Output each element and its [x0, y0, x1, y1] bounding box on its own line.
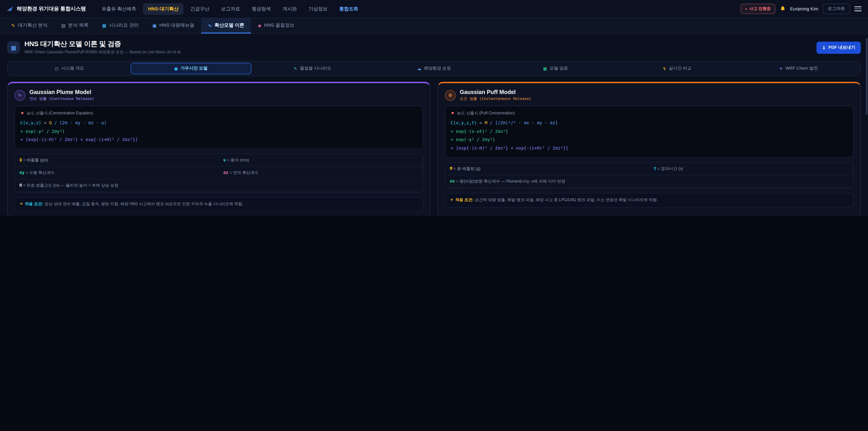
user-name: Eunjeong Kim — [790, 6, 818, 11]
main-menu-item[interactable]: 유출유 확산예측 — [97, 3, 141, 15]
main-menu-item[interactable]: 항공탐색 — [247, 3, 276, 15]
parameter-row: u = 풍속 (m/s) — [219, 154, 423, 167]
tab-label: 분석 목록 — [68, 22, 89, 29]
scrollbar-thumb[interactable] — [866, 38, 868, 115]
section-tab-label: 해양환경 보정 — [424, 65, 451, 71]
main-menu: 유출유 확산예측 HNS·대기확산 긴급구난 보고자료 항공탐색 게시판 기상정… — [97, 3, 736, 15]
puff-equation-block: ⚑ 농도 산출식 (Puff Concentration) C(x,y,z,t)… — [445, 106, 854, 158]
parameter-symbol: t — [654, 166, 656, 171]
section-tab[interactable]: ◰ 시스템 개요 — [9, 63, 130, 74]
subnav-tab[interactable]: ▤ 분석 목록 — [55, 18, 95, 33]
top-navigation: 해양환경 위기대응 통합시스템 유출유 확산예측 HNS·대기확산 긴급구난 보… — [0, 0, 868, 18]
section-tab[interactable]: ▦ 모델 검증 — [495, 63, 616, 74]
plume-parameter-list: Q = 배출률 (g/s) u = 풍속 (m/s) σy = 수평 확산계수 … — [14, 154, 423, 192]
section-tab-icon: ◰ — [55, 66, 59, 71]
parameter-description: = 배출률 (g/s) — [22, 158, 48, 162]
parameter-symbol: u — [223, 157, 226, 162]
parameter-description: = 유효 방출고도 (m) — 물리적 높이 + 부력 상승 보정 — [22, 183, 119, 188]
equation-line: × [exp{-(z-H)² / 2σz²} + exp{-(z+H)² / 2… — [451, 144, 848, 153]
puff-parameter-list: M = 총 배출량 (g) t = 경과시간 (s) σx = 종(바람)방향 … — [445, 162, 854, 188]
note-text: 순간적 대량 방출, 폭발·탱크 파열. 해양 사고 중 LPG/LNG 탱크 … — [475, 197, 657, 202]
page-title: HNS 대기확산 모델 이론 및 검증 — [24, 40, 182, 49]
parameter-row: σy = 수평 확산계수 — [15, 167, 219, 180]
section-tab[interactable]: ↯ 실시간 비교 — [617, 63, 738, 74]
pdf-export-button[interactable]: ⇩ PDF 내보내기 — [817, 41, 861, 54]
parameter-row: H = 유효 방출고도 (m) — 물리적 높이 + 부력 상승 보정 — [15, 180, 423, 192]
main-content: ▦ HNS 대기확산 모델 이론 및 검증 WRF-Chem·Gaussian … — [0, 34, 868, 216]
bulb-icon: ☀ — [20, 202, 23, 206]
section-tabs: ◰ 시스템 개요 ◉ 가우시안 모델 ✎ 물질별 시나리오 ☁ 해양환경 보정 — [7, 61, 861, 76]
notification-bell-icon[interactable] — [780, 6, 785, 12]
parameter-row: σz = 연직 확산계수 — [219, 167, 423, 180]
plume-card-header: ∿ Gaussian Plume Model 연속 방출 (Continuous… — [14, 89, 423, 101]
section-tab-label: 물질별 시나리오 — [300, 65, 331, 71]
section-tab-icon: ✈ — [779, 66, 783, 71]
parameter-symbol: σz — [223, 170, 228, 175]
topnav-right: ● 사고 진행중 Eunjeong Kim 로그아웃 — [741, 4, 862, 14]
parameter-description: = 총 배출량 (g) — [452, 166, 480, 171]
bulb-icon: ☀ — [450, 197, 454, 202]
section-tab-label: 실시간 비교 — [669, 65, 691, 71]
parameter-symbol: Q — [20, 157, 22, 162]
equation-line: × exp(-y² / 2σy²) — [20, 127, 417, 135]
page-header-chart-icon: ▦ — [7, 41, 20, 54]
section-tab-icon: ↯ — [663, 66, 666, 71]
incident-status-badge[interactable]: ● 사고 진행중 — [741, 4, 775, 14]
equation-line: × exp(-y² / 2σy²) — [451, 136, 848, 144]
logout-button[interactable]: 로그아웃 — [823, 4, 850, 14]
incident-label: 사고 진행중 — [749, 6, 771, 12]
pin-icon: ⚑ — [20, 111, 24, 116]
page-header-text: HNS 대기확산 모델 이론 및 검증 WRF-Chem·Gaussian Pl… — [24, 40, 182, 55]
main-menu-item[interactable]: 긴급구난 — [185, 3, 214, 15]
tab-label: 시나리오 관리 — [109, 22, 139, 29]
parameter-row: σx = 종(바람)방향 확산계수 — Plume에서는 u에 의해 이미 반영 — [445, 175, 853, 188]
subnav-tab[interactable]: ∿ 확산모델 이론 — [201, 18, 251, 33]
equation-line: C(x,y,z) = Q / (2π · σy · σz · u) — [20, 119, 417, 127]
puff-equation-label: ⚑ 농도 산출식 (Puff Concentration) — [451, 111, 848, 116]
model-cards: ∿ Gaussian Plume Model 연속 방출 (Continuous… — [7, 82, 861, 216]
note-label: 적용 조건: — [455, 197, 473, 202]
section-tab[interactable]: ☁ 해양환경 보정 — [374, 63, 494, 74]
parameter-symbol: σy — [20, 170, 24, 175]
section-tab[interactable]: ✎ 물질별 시나리오 — [252, 63, 373, 74]
app-window: 해양환경 위기대응 통합시스템 유출유 확산예측 HNS·대기확산 긴급구난 보… — [0, 0, 868, 216]
subnav-tab[interactable]: ✎ 대기확산 분석 — [4, 18, 55, 33]
main-menu-item[interactable]: HNS·대기확산 — [143, 3, 184, 15]
puff-card-header: ⊛ Gaussian Puff Model 순간 방출 (Instantaneo… — [445, 89, 854, 101]
plume-condition-note: ☀적용 조건:정상 상태 연속 배출, 균질 풍속, 평탄 지형. 해양 HNS… — [14, 197, 423, 212]
tab-label: HNS 대응매뉴얼 — [159, 22, 194, 29]
tab-icon: ▣ — [152, 23, 157, 28]
subnav-tab[interactable]: ◈ HNS 물질정보 — [251, 18, 301, 33]
brand[interactable]: 해양환경 위기대응 통합시스템 — [6, 5, 86, 12]
parameter-row: M = 총 배출량 (g) — [445, 163, 649, 175]
plume-card-title: Gaussian Plume Model — [29, 89, 94, 95]
parameter-symbol: σx — [450, 179, 455, 184]
parameter-row: t = 경과시간 (s) — [649, 163, 853, 175]
section-tab[interactable]: ✈ WRF-Chem 발전 — [738, 63, 859, 74]
main-menu-item[interactable]: 기상정보 — [304, 3, 333, 15]
main-menu-item[interactable]: 통합조회 — [334, 3, 363, 15]
sub-navigation: ✎ 대기확산 분석 ▤ 분석 목록 ▦ 시나리오 관리 ▣ HNS 대응매뉴얼 … — [0, 18, 868, 34]
note-text: 정상 상태 연속 배출, 균질 풍속, 평탄 지형. 해양 HNS 사고에서 탱… — [44, 202, 243, 206]
parameter-description: = 종(바람)방향 확산계수 — Plume에서는 u에 의해 이미 반영 — [455, 179, 565, 184]
section-tab-label: 시스템 개요 — [61, 65, 84, 71]
menu-icon[interactable] — [855, 5, 862, 12]
main-menu-item[interactable]: 게시판 — [278, 3, 302, 15]
tab-icon: ∿ — [208, 23, 212, 28]
tab-icon: ✎ — [11, 23, 15, 28]
main-menu-item[interactable]: 보고자료 — [216, 3, 245, 15]
section-tab-label: 가우시안 모델 — [181, 65, 208, 71]
section-tab[interactable]: ◉ 가우시안 모델 — [131, 63, 251, 74]
download-icon: ⇩ — [822, 45, 826, 50]
tab-label: 확산모델 이론 — [215, 22, 244, 29]
subnav-tab[interactable]: ▦ 시나리오 관리 — [95, 18, 146, 33]
section-tab-label: 모델 검증 — [550, 65, 568, 71]
section-tab-label: WRF-Chem 발전 — [785, 65, 818, 71]
subnav-tab[interactable]: ▣ HNS 대응매뉴얼 — [146, 18, 201, 33]
pdf-export-label: PDF 내보내기 — [829, 44, 855, 51]
pin-icon: ⚑ — [451, 111, 454, 116]
puff-model-card: ⊛ Gaussian Puff Model 순간 방출 (Instantaneo… — [438, 82, 861, 216]
tab-label: HNS 물질정보 — [264, 22, 294, 29]
parameter-description: = 수평 확산계수 — [24, 171, 55, 175]
tab-icon: ◈ — [258, 23, 261, 28]
